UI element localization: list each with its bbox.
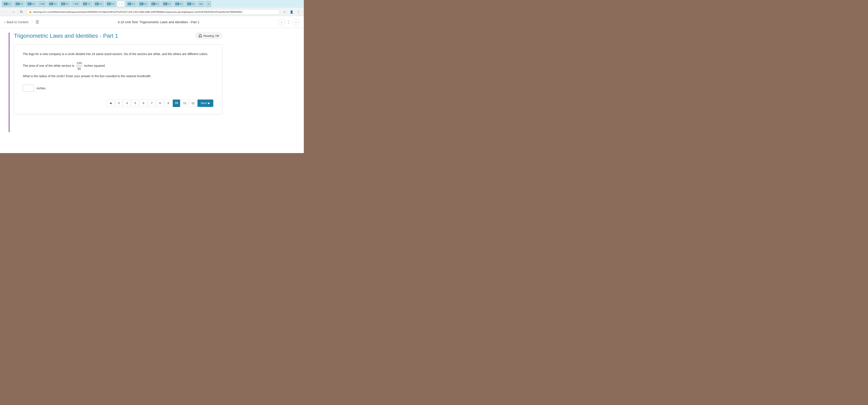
browser-tabs-bar: DL 5.1 DL 5.0 DL 5.0 ≡ 838 DL 5.0 DL 5.0… [0,0,304,8]
math-fraction: 13π 50 [76,61,82,71]
hamburger-menu-button[interactable]: ☰ [36,20,39,25]
page-11-button[interactable]: 11 [181,100,188,107]
new-tab-button[interactable]: + [206,1,211,7]
next-label: Next [201,101,207,105]
left-accent-bar [9,33,9,132]
secure-icon: 🔒 [29,10,32,13]
nav-right-buttons: ‹ ⋮ › [278,19,300,26]
profile-button[interactable]: 👤 [289,9,294,15]
question-text-1: The logo for a new company is a circle d… [23,52,213,56]
tab-dl40-4[interactable]: DL 4.0 [174,1,184,7]
tab-dl50-1[interactable]: DL 5.0 [14,1,25,7]
page-7-button[interactable]: 7 [148,100,155,107]
nav-options-button[interactable]: ⋮ [287,20,291,25]
back-to-content-link[interactable]: ‹ Back to Content [4,20,28,24]
answer-input[interactable] [23,85,34,92]
tab-dl50-6[interactable]: DL 5.0 [93,1,104,7]
tab-dl50-4[interactable]: DL 5.0 [59,1,70,7]
pagination-prev-button[interactable]: ◄ [107,100,114,107]
page-12-button[interactable]: 12 [189,100,196,107]
area-prefix: The area of one of the white sectors is [23,64,74,67]
fraction-denominator: 50 [77,66,82,71]
prev-icon: ◄ [109,101,112,105]
question-card: The logo for a new company is a circle d… [14,44,222,114]
area-suffix: inches squared. [84,64,105,67]
address-bar[interactable]: 🔒 learning.k12.com/d2l/le/enhancedSequen… [26,9,280,15]
question-instruction: What is the radius of the circle? Enter … [23,74,213,78]
reading-status: Off [215,34,219,37]
content-title: Trigonometric Laws and Identities - Part… [14,33,118,39]
back-to-content-label: Back to Content [7,21,28,24]
tab-838-2[interactable]: ≡ 838 [71,1,80,7]
tab-dl41[interactable]: DL 4.1 [126,1,137,7]
page-8-button[interactable]: 8 [156,100,164,107]
more-button[interactable]: ⋮ [296,9,301,15]
top-nav: ‹ Back to Content ☰ 4.10 Unit Test: Trig… [0,16,304,28]
reload-button[interactable]: ↻ [18,9,24,15]
page-4-button[interactable]: 4 [123,100,131,107]
content-area: Trigonometric Laws and Identities - Part… [0,28,304,137]
nav-prev-button[interactable]: ‹ [278,19,285,26]
fraction-numerator: 13π [76,61,82,66]
page-3-button[interactable]: 3 [115,100,122,107]
question-text-2: The area of one of the white sectors is … [23,61,213,71]
tab-838-1[interactable]: ≡ 838 [37,1,46,7]
back-arrow-icon: ‹ [4,20,5,24]
address-text: learning.k12.com/d2l/le/enhancedSequence… [33,11,244,13]
back-button[interactable]: ← [3,9,9,15]
browser-toolbar: ← → ↻ 🔒 learning.k12.com/d2l/le/enhanced… [0,8,304,16]
tab-dl40-3[interactable]: DL 4.0 [161,1,173,7]
tab-dl51[interactable]: DL 5.1 [2,1,13,7]
bookmark-button[interactable]: ☆ [282,9,287,15]
page-6-button[interactable]: 6 [140,100,147,107]
tab-active-x[interactable]: × × [117,1,125,7]
next-button[interactable]: Next ▶ [197,100,213,107]
next-arrow-icon: ▶ [208,101,210,105]
page-9-button[interactable]: 9 [164,100,172,107]
page-wrapper: ‹ Back to Content ☰ 4.10 Unit Test: Trig… [0,16,304,153]
page-title: 4.10 Unit Test: Trigonometric Laws and I… [42,20,275,24]
tab-dl40-2[interactable]: DL 4.0 [150,1,161,7]
headphone-icon: 🎧 [198,34,202,37]
tab-dl40-1[interactable]: DL 4.0 [137,1,149,7]
main-content: Trigonometric Laws and Identities - Part… [14,33,222,132]
nav-next-button[interactable]: › [292,19,300,26]
tab-dl50-7[interactable]: DL 5.0 [105,1,116,7]
tab-das[interactable]: Das [197,1,205,7]
tab-dl50-5[interactable]: DL 5.0 [81,1,92,7]
pagination: ◄ 3 4 5 6 7 8 9 10 11 12 Next ▶ [23,100,213,107]
content-header: Trigonometric Laws and Identities - Part… [14,33,222,39]
tab-dl50-3[interactable]: DL 5.0 [47,1,58,7]
page-10-button[interactable]: 10 [173,100,180,107]
inches-label: inches [37,87,45,90]
tab-dl40-5[interactable]: DL 4.0 [185,1,196,7]
page-5-button[interactable]: 5 [131,100,139,107]
reading-label: Reading [203,34,214,37]
forward-button[interactable]: → [10,9,17,15]
tab-dl50-2[interactable]: DL 5.0 [26,1,37,7]
toolbar-icons: ☆ 👤 ⋮ [282,9,301,15]
reading-toggle-button[interactable]: 🎧 Reading Off [195,33,222,39]
answer-row: inches [23,85,213,92]
